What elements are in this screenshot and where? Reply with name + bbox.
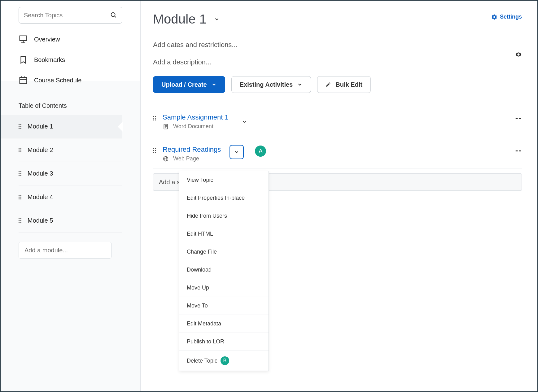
content-item: Sample Assignment 1 Word Document -- [153, 110, 522, 136]
toc-item-label: Module 1 [28, 123, 53, 130]
toc-module-4[interactable]: Module 4 [19, 185, 122, 209]
toc-module-5[interactable]: Module 5 [19, 209, 122, 233]
upload-create-button[interactable]: Upload / Create [153, 76, 225, 93]
dates-restrictions[interactable]: Add dates and restrictions... [153, 41, 238, 49]
page-title[interactable]: Module 1 [153, 12, 207, 27]
nav-bookmarks[interactable]: Bookmarks [1, 50, 140, 70]
nav-bookmarks-label: Bookmarks [34, 56, 65, 63]
topic-actions-toggle[interactable] [230, 145, 244, 159]
nav-overview-label: Overview [34, 36, 60, 43]
web-icon [163, 156, 169, 162]
menu-delete-topic[interactable]: Delete Topic B [179, 351, 269, 371]
annotation-badge-a: A [255, 146, 266, 157]
add-module-placeholder: Add a module... [24, 247, 68, 254]
menu-view-topic[interactable]: View Topic [179, 171, 269, 189]
existing-activities-label: Existing Activities [240, 81, 293, 88]
chevron-down-icon[interactable] [214, 16, 220, 22]
toc-item-label: Module 4 [28, 194, 53, 201]
menu-hide-from-users[interactable]: Hide from Users [179, 207, 269, 225]
menu-move-up[interactable]: Move Up [179, 279, 269, 297]
chevron-down-icon [211, 82, 217, 87]
topic-type: Web Page [173, 155, 199, 162]
overview-icon [19, 35, 28, 44]
chevron-down-icon [297, 82, 303, 87]
description-placeholder[interactable]: Add a description... [153, 58, 238, 66]
gear-icon [491, 14, 497, 20]
pencil-icon [326, 82, 331, 87]
drag-handle-icon[interactable] [19, 218, 21, 223]
chevron-down-icon [234, 149, 239, 155]
bulk-edit-button[interactable]: Bulk Edit [317, 76, 371, 93]
topic-link[interactable]: Sample Assignment 1 [163, 113, 229, 121]
topic-link[interactable]: Required Readings [163, 146, 221, 154]
svg-rect-2 [20, 36, 27, 41]
menu-publish-lor[interactable]: Publish to LOR [179, 333, 269, 351]
settings-link[interactable]: Settings [491, 14, 522, 20]
drag-handle-icon[interactable] [19, 124, 21, 129]
svg-line-1 [115, 16, 116, 18]
toc-module-1[interactable]: Module 1 [1, 115, 122, 138]
upload-create-label: Upload / Create [161, 81, 207, 88]
search-box[interactable] [19, 7, 122, 24]
existing-activities-button[interactable]: Existing Activities [231, 76, 311, 93]
menu-edit-html[interactable]: Edit HTML [179, 225, 269, 243]
bulk-edit-label: Bulk Edit [335, 81, 362, 88]
nav-schedule[interactable]: Course Schedule [1, 70, 140, 90]
bookmark-icon [19, 55, 28, 64]
menu-edit-metadata[interactable]: Edit Metadata [179, 315, 269, 333]
completion-status: -- [515, 113, 522, 123]
sidebar: Overview Bookmarks Course Schedule Table… [1, 1, 141, 391]
search-input[interactable] [24, 12, 110, 19]
toc-item-label: Module 3 [28, 170, 53, 177]
nav-schedule-label: Course Schedule [34, 77, 81, 84]
drag-handle-icon[interactable] [19, 171, 21, 176]
completion-status: -- [515, 146, 522, 155]
document-icon [163, 124, 169, 130]
add-module-input[interactable]: Add a module... [19, 242, 112, 259]
menu-download[interactable]: Download [179, 261, 269, 279]
toc-item-label: Module 5 [28, 217, 53, 224]
topic-actions-menu: View Topic Edit Properties In-place Hide… [179, 171, 269, 371]
toc-module-2[interactable]: Module 2 [19, 138, 122, 162]
drag-handle-icon[interactable] [19, 148, 21, 152]
chevron-down-icon[interactable] [242, 119, 247, 124]
drag-handle-icon[interactable] [19, 195, 21, 199]
toc-header[interactable]: Table of Contents [1, 90, 140, 115]
menu-move-to[interactable]: Move To [179, 297, 269, 315]
calendar-icon [19, 76, 28, 85]
svg-point-0 [111, 13, 115, 17]
menu-edit-properties[interactable]: Edit Properties In-place [179, 189, 269, 207]
svg-rect-5 [20, 77, 27, 84]
topic-title: Sample Assignment 1 [163, 113, 229, 121]
drag-handle-icon[interactable] [153, 148, 156, 153]
main-panel: Module 1 Settings Add dates and restrict… [141, 1, 537, 391]
search-icon [110, 12, 117, 19]
drag-handle-icon[interactable] [153, 116, 156, 120]
toc-module-3[interactable]: Module 3 [19, 162, 122, 185]
eye-icon[interactable] [515, 51, 522, 58]
content-item: Required Readings Web Page A -- [153, 142, 522, 168]
menu-change-file[interactable]: Change File [179, 243, 269, 261]
topic-title: Required Readings [163, 146, 221, 154]
nav-overview[interactable]: Overview [1, 29, 140, 50]
toc-item-label: Module 2 [28, 146, 53, 154]
topic-type: Word Document [173, 123, 213, 130]
annotation-badge-b: B [221, 356, 229, 365]
settings-label: Settings [500, 14, 522, 20]
